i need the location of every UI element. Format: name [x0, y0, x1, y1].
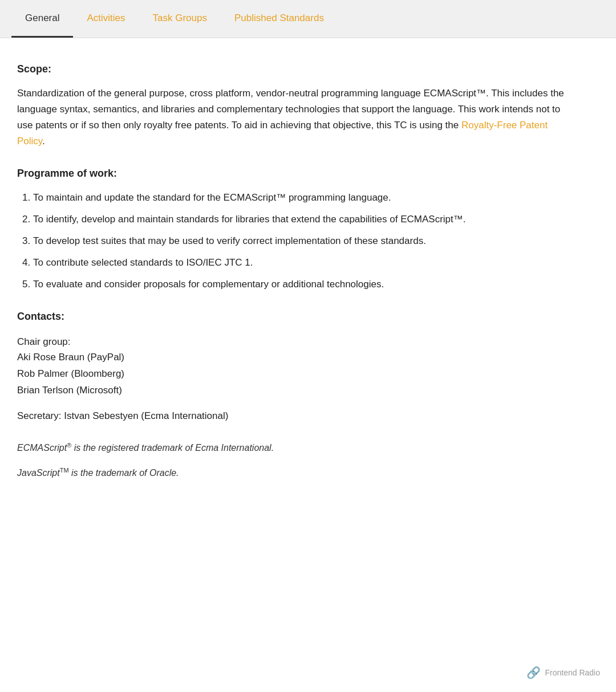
contacts-section: Contacts: Chair group: Aki Rose Braun (P… [17, 308, 576, 424]
registered-sup: ® [67, 442, 71, 449]
tab-activities[interactable]: Activities [73, 0, 139, 38]
chair-name-1: Aki Rose Braun (PayPal) [17, 349, 576, 366]
list-item: To evaluate and consider proposals for c… [33, 276, 576, 292]
main-content: Scope: Standardization of the general pu… [0, 38, 593, 515]
scope-text-after-link: . [42, 136, 45, 146]
list-item: To develop test suites that may be used … [33, 233, 576, 249]
programme-list: To maintain and update the standard for … [33, 190, 576, 292]
chair-label: Chair group: [17, 334, 576, 349]
programme-heading: Programme of work: [17, 165, 576, 182]
secretary-info: Secretary: Istvan Sebestyen (Ecma Intern… [17, 408, 576, 424]
tab-bar: General Activities Task Groups Published… [0, 0, 616, 38]
scope-heading: Scope: [17, 61, 576, 78]
trademark-text-1: ECMAScript® is the registered trademark … [17, 443, 274, 453]
list-item: To identify, develop and maintain standa… [33, 211, 576, 227]
trademark-javascript: JavaScriptTM is the trademark of Oracle. [17, 466, 576, 481]
trademark-text-2: JavaScriptTM is the trademark of Oracle. [17, 468, 179, 478]
chair-name-2: Rob Palmer (Bloomberg) [17, 366, 576, 382]
tm-sup: TM [60, 467, 69, 474]
tab-published-standards[interactable]: Published Standards [221, 0, 338, 38]
contacts-heading: Contacts: [17, 308, 576, 325]
trademark-ecmascript: ECMAScript® is the registered trademark … [17, 441, 576, 455]
tab-task-groups[interactable]: Task Groups [139, 0, 221, 38]
chair-name-3: Brian Terlson (Microsoft) [17, 382, 576, 399]
list-item: To contribute selected standards to ISO/… [33, 255, 576, 271]
scope-paragraph: Standardization of the general purpose, … [17, 86, 576, 149]
list-item: To maintain and update the standard for … [33, 190, 576, 206]
tab-general[interactable]: General [11, 0, 73, 38]
programme-section: Programme of work: To maintain and updat… [17, 165, 576, 292]
